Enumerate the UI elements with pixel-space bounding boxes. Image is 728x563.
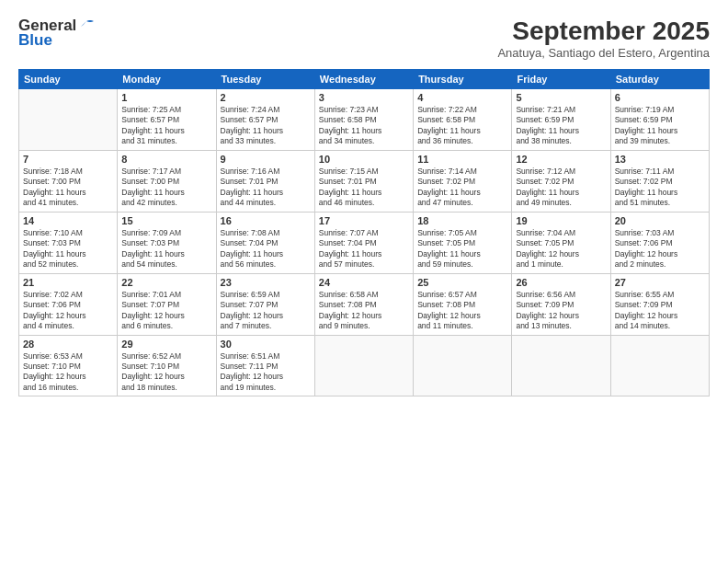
calendar-cell: 26Sunrise: 6:56 AMSunset: 7:09 PMDayligh… (512, 273, 610, 335)
day-number: 5 (516, 92, 606, 103)
col-saturday: Saturday (610, 70, 709, 89)
day-number: 16 (221, 215, 311, 226)
col-tuesday: Tuesday (216, 70, 314, 89)
day-number: 15 (121, 215, 211, 226)
day-number: 12 (516, 154, 606, 165)
day-info: Sunrise: 7:07 AMSunset: 7:04 PMDaylight:… (319, 228, 409, 270)
calendar-cell: 13Sunrise: 7:11 AMSunset: 7:02 PMDayligh… (610, 150, 709, 212)
calendar-cell (610, 335, 709, 396)
day-number: 9 (221, 154, 311, 165)
day-number: 23 (221, 277, 311, 288)
calendar-cell: 23Sunrise: 6:59 AMSunset: 7:07 PMDayligh… (216, 273, 314, 335)
day-number: 4 (417, 92, 507, 103)
day-info: Sunrise: 6:57 AMSunset: 7:08 PMDaylight:… (417, 290, 507, 332)
logo: General Blue (18, 17, 95, 50)
day-info: Sunrise: 7:17 AMSunset: 7:00 PMDaylight:… (121, 167, 211, 209)
title-block: September 2025 Anatuya, Santiago del Est… (497, 17, 710, 60)
day-number: 2 (221, 92, 311, 103)
day-number: 18 (417, 215, 507, 226)
calendar-cell: 6Sunrise: 7:19 AMSunset: 6:59 PMDaylight… (610, 89, 709, 151)
calendar-cell: 10Sunrise: 7:15 AMSunset: 7:01 PMDayligh… (314, 150, 413, 212)
calendar-cell: 30Sunrise: 6:51 AMSunset: 7:11 PMDayligh… (216, 335, 314, 396)
day-info: Sunrise: 6:53 AMSunset: 7:10 PMDaylight:… (23, 351, 113, 394)
calendar-cell: 9Sunrise: 7:16 AMSunset: 7:01 PMDaylight… (216, 150, 314, 212)
calendar-cell: 4Sunrise: 7:22 AMSunset: 6:58 PMDaylight… (414, 89, 512, 151)
calendar-cell: 29Sunrise: 6:52 AMSunset: 7:10 PMDayligh… (118, 335, 216, 396)
day-number: 11 (417, 154, 507, 165)
header: General Blue September 2025 Anatuya, San… (18, 17, 710, 60)
calendar-cell: 18Sunrise: 7:05 AMSunset: 7:05 PMDayligh… (414, 212, 512, 273)
col-friday: Friday (512, 70, 610, 89)
calendar-cell (512, 335, 610, 396)
day-info: Sunrise: 7:25 AMSunset: 6:57 PMDaylight:… (121, 105, 211, 147)
calendar-cell: 11Sunrise: 7:14 AMSunset: 7:02 PMDayligh… (414, 150, 512, 212)
calendar-week-row: 14Sunrise: 7:10 AMSunset: 7:03 PMDayligh… (19, 212, 710, 273)
day-info: Sunrise: 7:12 AMSunset: 7:02 PMDaylight:… (516, 167, 606, 209)
col-thursday: Thursday (414, 70, 512, 89)
location-subtitle: Anatuya, Santiago del Estero, Argentina (497, 46, 710, 60)
calendar-cell: 21Sunrise: 7:02 AMSunset: 7:06 PMDayligh… (19, 273, 118, 335)
calendar-cell: 12Sunrise: 7:12 AMSunset: 7:02 PMDayligh… (512, 150, 610, 212)
day-number: 26 (516, 277, 606, 288)
calendar-cell (19, 89, 118, 151)
calendar-cell: 3Sunrise: 7:23 AMSunset: 6:58 PMDaylight… (314, 89, 413, 151)
calendar-header-row: Sunday Monday Tuesday Wednesday Thursday… (19, 70, 710, 89)
col-wednesday: Wednesday (314, 70, 413, 89)
day-number: 24 (319, 277, 409, 288)
calendar-cell: 15Sunrise: 7:09 AMSunset: 7:03 PMDayligh… (118, 212, 216, 273)
calendar-cell (314, 335, 413, 396)
day-number: 27 (615, 277, 705, 288)
calendar-cell: 1Sunrise: 7:25 AMSunset: 6:57 PMDaylight… (118, 89, 216, 151)
day-number: 20 (615, 215, 705, 226)
day-number: 17 (319, 215, 409, 226)
calendar-cell: 22Sunrise: 7:01 AMSunset: 7:07 PMDayligh… (118, 273, 216, 335)
col-monday: Monday (118, 70, 216, 89)
day-number: 25 (417, 277, 507, 288)
day-number: 30 (221, 339, 311, 350)
day-number: 3 (319, 92, 409, 103)
calendar-cell: 7Sunrise: 7:18 AMSunset: 7:00 PMDaylight… (19, 150, 118, 212)
day-number: 8 (121, 154, 211, 165)
calendar-cell: 28Sunrise: 6:53 AMSunset: 7:10 PMDayligh… (19, 335, 118, 396)
calendar-cell: 27Sunrise: 6:55 AMSunset: 7:09 PMDayligh… (610, 273, 709, 335)
calendar-cell: 19Sunrise: 7:04 AMSunset: 7:05 PMDayligh… (512, 212, 610, 273)
calendar-week-row: 28Sunrise: 6:53 AMSunset: 7:10 PMDayligh… (19, 335, 710, 396)
day-info: Sunrise: 7:04 AMSunset: 7:05 PMDaylight:… (516, 228, 606, 270)
logo-blue: Blue (18, 31, 52, 50)
day-number: 7 (23, 154, 113, 165)
day-info: Sunrise: 7:15 AMSunset: 7:01 PMDaylight:… (319, 167, 409, 209)
calendar-cell: 8Sunrise: 7:17 AMSunset: 7:00 PMDaylight… (118, 150, 216, 212)
day-info: Sunrise: 7:19 AMSunset: 6:59 PMDaylight:… (615, 105, 705, 147)
calendar-cell (414, 335, 512, 396)
day-info: Sunrise: 7:22 AMSunset: 6:58 PMDaylight:… (417, 105, 507, 147)
calendar-week-row: 7Sunrise: 7:18 AMSunset: 7:00 PMDaylight… (19, 150, 710, 212)
calendar-cell: 17Sunrise: 7:07 AMSunset: 7:04 PMDayligh… (314, 212, 413, 273)
day-number: 29 (121, 339, 211, 350)
calendar-cell: 25Sunrise: 6:57 AMSunset: 7:08 PMDayligh… (414, 273, 512, 335)
page: General Blue September 2025 Anatuya, San… (0, 0, 728, 563)
day-info: Sunrise: 7:01 AMSunset: 7:07 PMDaylight:… (121, 290, 211, 332)
calendar-cell: 14Sunrise: 7:10 AMSunset: 7:03 PMDayligh… (19, 212, 118, 273)
calendar-week-row: 21Sunrise: 7:02 AMSunset: 7:06 PMDayligh… (19, 273, 710, 335)
calendar-cell: 16Sunrise: 7:08 AMSunset: 7:04 PMDayligh… (216, 212, 314, 273)
day-number: 28 (23, 339, 113, 350)
calendar-cell: 20Sunrise: 7:03 AMSunset: 7:06 PMDayligh… (610, 212, 709, 273)
calendar-cell: 5Sunrise: 7:21 AMSunset: 6:59 PMDaylight… (512, 89, 610, 151)
day-info: Sunrise: 7:21 AMSunset: 6:59 PMDaylight:… (516, 105, 606, 147)
day-info: Sunrise: 7:16 AMSunset: 7:01 PMDaylight:… (221, 167, 311, 209)
calendar-table: Sunday Monday Tuesday Wednesday Thursday… (18, 69, 710, 396)
day-number: 6 (615, 92, 705, 103)
day-info: Sunrise: 6:56 AMSunset: 7:09 PMDaylight:… (516, 290, 606, 332)
day-number: 1 (121, 92, 211, 103)
calendar-cell: 2Sunrise: 7:24 AMSunset: 6:57 PMDaylight… (216, 89, 314, 151)
day-info: Sunrise: 6:58 AMSunset: 7:08 PMDaylight:… (319, 290, 409, 332)
day-number: 14 (23, 215, 113, 226)
day-info: Sunrise: 7:24 AMSunset: 6:57 PMDaylight:… (221, 105, 311, 147)
day-info: Sunrise: 7:09 AMSunset: 7:03 PMDaylight:… (121, 228, 211, 270)
day-info: Sunrise: 6:51 AMSunset: 7:11 PMDaylight:… (221, 351, 311, 394)
day-number: 19 (516, 215, 606, 226)
day-info: Sunrise: 7:11 AMSunset: 7:02 PMDaylight:… (615, 167, 705, 209)
day-info: Sunrise: 7:03 AMSunset: 7:06 PMDaylight:… (615, 228, 705, 270)
calendar-cell: 24Sunrise: 6:58 AMSunset: 7:08 PMDayligh… (314, 273, 413, 335)
day-number: 22 (121, 277, 211, 288)
